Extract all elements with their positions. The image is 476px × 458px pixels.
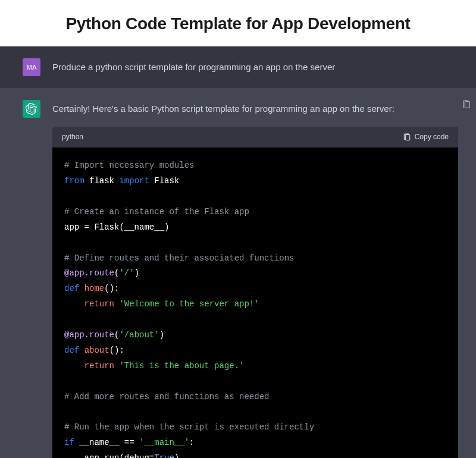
clipboard-icon xyxy=(403,133,411,142)
openai-logo-icon xyxy=(26,103,37,115)
assistant-intro-text: Certainly! Here's a basic Python script … xyxy=(52,102,458,116)
title-bar: Python Code Template for App Development xyxy=(0,0,476,46)
copy-code-button[interactable]: Copy code xyxy=(403,131,449,143)
assistant-message-content: Certainly! Here's a basic Python script … xyxy=(52,100,458,458)
chat-area: MA Produce a python script template for … xyxy=(0,46,476,458)
svg-rect-0 xyxy=(405,134,409,140)
code-body: # Import necessary modules from flask im… xyxy=(52,148,458,458)
code-header: python Copy code xyxy=(52,127,458,148)
assistant-avatar xyxy=(23,100,40,118)
page-title: Python Code Template for App Development xyxy=(12,14,464,33)
code-block: python Copy code # Import necessary modu… xyxy=(52,127,458,458)
user-avatar-initials: MA xyxy=(27,64,37,71)
user-message-row: MA Produce a python script template for … xyxy=(0,46,476,88)
assistant-message-row: Certainly! Here's a basic Python script … xyxy=(0,88,476,458)
message-actions xyxy=(462,100,471,109)
user-avatar: MA xyxy=(23,58,40,76)
copy-code-label: Copy code xyxy=(415,131,449,143)
code-language-label: python xyxy=(62,131,83,143)
clipboard-icon[interactable] xyxy=(462,100,471,109)
user-message-text: Produce a python script template for pro… xyxy=(52,58,458,76)
svg-rect-1 xyxy=(465,102,469,108)
